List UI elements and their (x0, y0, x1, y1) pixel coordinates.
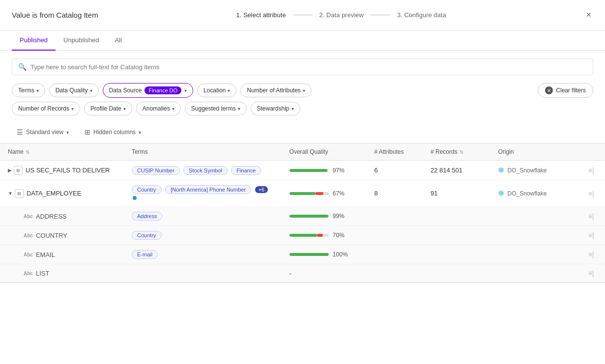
quality-fill-green (289, 234, 317, 237)
cell-terms-list (124, 264, 282, 283)
filter-data-source-label: Data Source (109, 87, 142, 94)
table-row: Abc ADDRESS Address 99% (0, 207, 605, 226)
cell-quality-address: 99% (282, 207, 367, 226)
clear-filters-button[interactable]: ✕ Clear filters (538, 83, 593, 98)
cell-records-empty (423, 207, 490, 226)
cell-quality: 97% (282, 161, 367, 180)
cell-origin-empty (490, 245, 580, 264)
tag-cusip[interactable]: CUSIP Number (132, 166, 180, 175)
filter-terms[interactable]: Terms ▾ (12, 84, 45, 97)
filter-terms-label: Terms (18, 87, 34, 94)
tab-bar: Published Unpublished All (0, 30, 605, 51)
tab-all[interactable]: All (107, 30, 129, 51)
cell-name: ▼ ⊞ DATA_EMPLOYEE (0, 180, 124, 207)
cell-attrs: 6 (366, 161, 423, 180)
chevron-down-icon: ▾ (238, 106, 240, 112)
tag-count[interactable]: +6 (255, 186, 268, 193)
quality-pct: 99% (333, 213, 345, 220)
filter-suggested-terms-label: Suggested terms (191, 105, 236, 112)
table-row: Abc COUNTRY Country 70% (0, 226, 605, 245)
filter-data-source-value: Finance DO (144, 86, 181, 94)
sub-row-name-label: ADDRESS (36, 213, 67, 220)
filter-stewardship-label: Stewardship (257, 105, 289, 112)
origin-label: DO_Snowflake (507, 190, 547, 197)
filter-location[interactable]: Location ▾ (197, 84, 236, 97)
filter-data-source[interactable]: Data Source Finance DO ▾ (103, 83, 193, 98)
search-bar: 🔍 (12, 58, 593, 75)
hidden-columns-label: Hidden columns (93, 129, 136, 136)
cell-menu: ≡| (580, 245, 605, 264)
sort-icon[interactable]: ⇅ (460, 149, 463, 155)
abc-label: Abc (24, 214, 33, 219)
catalog-table: Name ⇅ Terms Overall Quality # Attribute… (0, 143, 605, 283)
cell-records: 22 814 501 (423, 161, 490, 180)
table-row: Abc LIST - ≡| (0, 264, 605, 283)
filter-row-2: Number of Records ▾ Profile Date ▾ Anoma… (0, 102, 605, 121)
chevron-down-icon: ▾ (172, 106, 174, 112)
cell-attrs: 8 (366, 180, 423, 207)
cell-origin-empty (490, 226, 580, 245)
quality-bar (289, 192, 329, 195)
row-menu-icon[interactable]: ≡| (588, 190, 594, 197)
search-icon: 🔍 (18, 63, 27, 71)
close-button[interactable]: × (584, 8, 593, 22)
row-menu-icon[interactable]: ≡| (588, 212, 594, 220)
filter-suggested-terms[interactable]: Suggested terms ▾ (185, 102, 247, 115)
expand-icon[interactable]: ▼ (8, 191, 13, 196)
cell-records-empty (423, 264, 490, 283)
tag-phone[interactable]: [North America] Phone Number (165, 185, 251, 194)
cell-menu: ≡| (580, 264, 605, 283)
tab-unpublished[interactable]: Unpublished (56, 30, 107, 51)
cell-quality-email: 100% (282, 245, 367, 264)
columns-icon: ⊞ (85, 128, 90, 136)
row-menu-icon[interactable]: ≡| (588, 231, 594, 239)
chevron-down-icon: ▾ (228, 88, 230, 93)
search-input-wrap: 🔍 (12, 58, 593, 75)
hidden-columns-button[interactable]: ⊞ Hidden columns ▾ (80, 125, 146, 139)
row-menu-icon[interactable]: ≡| (588, 251, 594, 258)
search-input[interactable] (30, 63, 587, 71)
quality-pct: 70% (333, 232, 345, 239)
cell-origin-empty (490, 207, 580, 226)
th-origin-label: Origin (498, 148, 514, 155)
standard-view-button[interactable]: ☰ Standard view ▾ (12, 125, 74, 139)
row-menu-icon[interactable]: ≡| (588, 167, 594, 174)
filter-data-quality[interactable]: Data Quality ▾ (49, 84, 99, 97)
quality-pct: 100% (333, 251, 348, 258)
tab-published[interactable]: Published (12, 30, 56, 51)
filter-profile-date[interactable]: Profile Date ▾ (84, 102, 132, 115)
tag-country-sub[interactable]: Country (132, 231, 162, 240)
quality-bar (289, 169, 329, 172)
table-row: Abc EMAIL E-mail 100% (0, 245, 605, 264)
tag-address[interactable]: Address (132, 212, 162, 221)
abc-label: Abc (24, 233, 33, 238)
th-attributes-label: # Attributes (374, 148, 403, 155)
filter-stewardship[interactable]: Stewardship ▾ (251, 102, 300, 115)
filter-anomalies[interactable]: Anomalies ▾ (136, 102, 181, 115)
tag-finance[interactable]: Finance (231, 166, 261, 175)
expand-icon[interactable]: ▶ (8, 168, 12, 173)
cell-terms-country: Country (124, 226, 282, 245)
data-table-wrap: Name ⇅ Terms Overall Quality # Attribute… (0, 143, 605, 355)
cell-origin: ❄ DO_Snowflake (490, 161, 580, 180)
step-divider-2 (371, 15, 390, 15)
quality-bar (289, 234, 329, 237)
sub-row-name-label: COUNTRY (36, 232, 67, 239)
table-row: ▼ ⊞ DATA_EMPLOYEE Country [North America… (0, 180, 605, 207)
cell-terms-address: Address (124, 207, 282, 226)
chevron-down-icon: ▾ (184, 88, 187, 93)
row-menu-icon[interactable]: ≡| (588, 269, 594, 277)
tag-country[interactable]: Country (132, 185, 162, 194)
filter-num-records[interactable]: Number of Records ▾ (12, 102, 80, 115)
chevron-down-icon: ▾ (123, 106, 126, 112)
filter-num-attributes[interactable]: Number of Attributes ▾ (240, 84, 311, 97)
chevron-down-icon: ▾ (90, 88, 92, 93)
clear-icon: ✕ (545, 86, 553, 94)
snowflake-icon: ❄ (498, 166, 504, 175)
filter-num-records-label: Number of Records (18, 105, 69, 112)
sort-icon[interactable]: ⇅ (26, 149, 29, 155)
tag-email[interactable]: E-mail (132, 250, 158, 259)
cell-name-address: Abc ADDRESS (0, 207, 124, 226)
tag-dot (133, 196, 137, 200)
tag-stock[interactable]: Stock Symbol (183, 166, 227, 175)
